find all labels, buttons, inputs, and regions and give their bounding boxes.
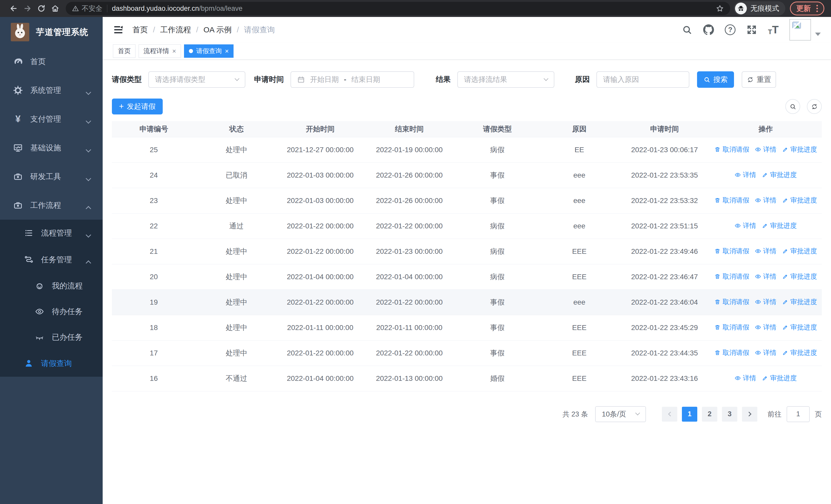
approval-progress-link[interactable]: 审批进度 <box>782 196 817 205</box>
sidebar-item-done-tasks[interactable]: 已办任务 <box>0 324 103 350</box>
create-leave-button[interactable]: + 发起请假 <box>112 98 163 114</box>
result-select[interactable]: 请选择流结果 <box>457 71 554 88</box>
browser-update-button[interactable]: 更新 <box>790 2 824 16</box>
search-icon[interactable] <box>682 24 692 35</box>
sidebar-item-devtools[interactable]: 研发工具 <box>0 162 103 191</box>
cancel-leave-link[interactable]: 取消请假 <box>714 348 749 357</box>
refresh-table-button[interactable] <box>807 99 822 114</box>
approval-progress-link[interactable]: 审批进度 <box>782 272 817 281</box>
reset-button[interactable]: 重置 <box>742 71 776 88</box>
approval-progress-link[interactable]: 审批进度 <box>762 170 797 179</box>
close-icon[interactable]: × <box>225 48 229 54</box>
approval-progress-link[interactable]: 审批进度 <box>762 374 797 383</box>
security-label[interactable]: 不安全 <box>82 4 103 13</box>
browser-menu-icon[interactable] <box>815 4 820 13</box>
approval-progress-link[interactable]: 审批进度 <box>782 348 817 357</box>
cancel-leave-link[interactable]: 取消请假 <box>714 247 749 256</box>
page-size-select[interactable]: 10条/页 <box>595 406 646 422</box>
sidebar-item-infra[interactable]: 基础设施 <box>0 134 103 162</box>
fullscreen-icon[interactable] <box>746 24 757 35</box>
sidebar-item-payment[interactable]: ¥ 支付管理 <box>0 105 103 134</box>
sidebar-item-task-mgmt[interactable]: 任务管理 <box>0 246 103 273</box>
font-size-icon[interactable]: TT <box>768 24 779 35</box>
page-button-1[interactable]: 1 <box>682 407 697 422</box>
detail-link[interactable]: 详情 <box>755 272 776 281</box>
chevron-down-icon <box>86 145 90 153</box>
cell-start: 2022-01-03 00:00:00 <box>277 188 363 213</box>
cell-end: 2022-01-11 00:00:00 <box>363 315 456 340</box>
approval-progress-link[interactable]: 审批进度 <box>782 297 817 306</box>
detail-link[interactable]: 详情 <box>735 374 756 383</box>
tag-leave-query[interactable]: 请假查询 × <box>184 45 233 58</box>
bookmark-star-icon[interactable] <box>716 4 724 12</box>
close-icon[interactable]: × <box>172 48 176 54</box>
cancel-leave-link[interactable]: 取消请假 <box>714 145 749 154</box>
refresh-icon <box>747 76 754 83</box>
browser-home-button[interactable] <box>48 2 62 16</box>
approval-progress-link[interactable]: 审批进度 <box>762 221 797 230</box>
leave-table: 申请编号 状态 开始时间 结束时间 请假类型 原因 申请时间 操作 25处理中2… <box>112 121 822 391</box>
browser-back-button[interactable] <box>7 2 21 16</box>
sidebar-item-workflow[interactable]: 工作流程 <box>0 191 103 220</box>
search-button[interactable]: 搜索 <box>697 71 734 88</box>
goto-page-input[interactable] <box>786 406 810 422</box>
help-icon[interactable]: ? <box>725 24 736 35</box>
detail-link[interactable]: 详情 <box>755 297 776 306</box>
cancel-leave-link[interactable]: 取消请假 <box>714 323 749 332</box>
eye-icon <box>34 307 45 316</box>
approval-progress-link[interactable]: 审批进度 <box>782 323 817 332</box>
breadcrumb-workflow[interactable]: 工作流程 <box>160 25 191 35</box>
tag-process-detail[interactable]: 流程详情 × <box>139 45 181 58</box>
approval-progress-link[interactable]: 审批进度 <box>782 247 817 256</box>
sidebar-item-todo-tasks[interactable]: 待办任务 <box>0 299 103 324</box>
eye-icon <box>755 197 761 204</box>
eye-icon <box>735 172 741 178</box>
cell-start: 2022-01-03 00:00:00 <box>277 162 363 188</box>
detail-link[interactable]: 详情 <box>755 145 776 154</box>
cell-type: 病假 <box>456 213 539 239</box>
detail-link[interactable]: 详情 <box>755 323 776 332</box>
breadcrumb-oa-example[interactable]: OA 示例 <box>203 25 232 35</box>
approval-progress-link[interactable]: 审批进度 <box>782 145 817 154</box>
page-button-2[interactable]: 2 <box>702 407 717 422</box>
github-icon[interactable] <box>703 24 714 35</box>
browser-forward-button[interactable] <box>21 2 34 16</box>
cell-applied: 2022-01-22 23:43:16 <box>620 366 710 391</box>
page-button-3[interactable]: 3 <box>722 407 737 422</box>
prev-page-button[interactable] <box>662 407 677 422</box>
avatar-caret-icon[interactable] <box>815 33 821 36</box>
detail-link[interactable]: 详情 <box>755 247 776 256</box>
next-page-button[interactable] <box>742 407 757 422</box>
sidebar-item-leave-query[interactable]: 请假查询 <box>0 350 103 377</box>
detail-link[interactable]: 详情 <box>735 221 756 230</box>
col-apply-time: 申请时间 <box>620 121 710 137</box>
detail-link[interactable]: 详情 <box>755 348 776 357</box>
sidebar-collapse-icon[interactable] <box>113 24 124 35</box>
reason-input[interactable] <box>597 72 689 87</box>
sidebar-item-my-process[interactable]: 我的流程 <box>0 273 103 299</box>
result-label: 结果 <box>436 75 451 85</box>
sidebar-item-home[interactable]: 首页 <box>0 47 103 76</box>
breadcrumb-separator: / <box>237 25 239 34</box>
toggle-search-button[interactable] <box>785 99 800 114</box>
cell-actions: 详情审批进度 <box>710 366 822 391</box>
detail-link[interactable]: 详情 <box>755 196 776 205</box>
apply-time-range-picker[interactable]: 开始日期 - 结束日期 <box>290 71 414 88</box>
table-row: 23处理中2022-01-03 00:00:002022-01-26 00:00… <box>112 188 822 213</box>
sidebar-item-process-mgmt[interactable]: 流程管理 <box>0 220 103 246</box>
cancel-leave-link[interactable]: 取消请假 <box>714 272 749 281</box>
cancel-leave-link[interactable]: 取消请假 <box>714 297 749 306</box>
cell-start: 2022-01-22 00:00:00 <box>277 290 363 315</box>
browser-reload-button[interactable] <box>34 2 48 16</box>
leave-type-select[interactable]: 请选择请假类型 <box>148 71 245 88</box>
address-bar[interactable]: 不安全 dashboard.yudao.iocoder.cn /bpm/oa/l… <box>66 2 730 15</box>
sidebar-item-system[interactable]: 系统管理 <box>0 76 103 105</box>
breadcrumb-home[interactable]: 首页 <box>133 25 148 35</box>
filter-form: 请假类型 请选择请假类型 申请时间 开始日期 - 结束日期 结果 请选择流结果 … <box>112 71 822 88</box>
cancel-leave-link[interactable]: 取消请假 <box>714 196 749 205</box>
avatar[interactable] <box>790 19 811 40</box>
tag-home[interactable]: 首页 <box>113 45 136 58</box>
cell-type: 病假 <box>456 137 539 162</box>
sidebar-item-label: 首页 <box>30 56 46 67</box>
detail-link[interactable]: 详情 <box>735 170 756 179</box>
